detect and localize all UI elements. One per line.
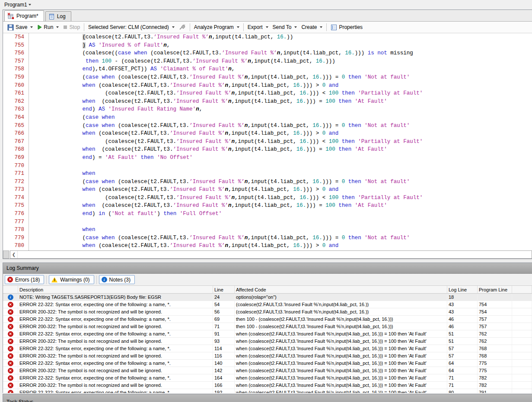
toolbar-separator [84, 23, 84, 31]
run-menu-caret-icon[interactable] [56, 26, 59, 28]
code-line[interactable]: ) AS 'Insured % of Fault'n, [40, 41, 532, 50]
server-selector[interactable]: Selected Server: CLM (Connected) [86, 23, 177, 31]
affected-code-cell: when (coalesce(t2.FAULT,t3.'Insured Faul… [235, 360, 447, 367]
log-row[interactable]: ERROR 22-322: Syntax error, expecting on… [3, 316, 532, 323]
send-to-menu-caret-icon[interactable] [294, 26, 297, 28]
tab-log[interactable]: Log [45, 11, 71, 21]
line-number: 780 [3, 242, 24, 250]
code-editor[interactable]: 7547557567577587597607617627637647657667… [3, 33, 532, 250]
code-line[interactable]: (case when (coalesce(t2.FAULT,t3.’Insure… [40, 178, 532, 186]
log-row[interactable]: ERROR 200-322: The symbol is not recogni… [3, 308, 532, 316]
line-number: 775 [3, 202, 24, 210]
analyze-menu-caret-icon[interactable] [237, 26, 239, 28]
log-row[interactable]: ERROR 22-322: Syntax error, expecting on… [3, 389, 532, 393]
code-line[interactable]: end) in ('Not at fault') then 'Full Offs… [40, 210, 532, 218]
line-number: 762 [3, 98, 24, 106]
save-menu-caret-icon[interactable] [30, 26, 33, 28]
code-line[interactable]: (case when (coalesce(t2.FAULT,t3.’Insure… [40, 234, 532, 242]
errors-filter-button[interactable]: Errors (18) [5, 275, 44, 284]
code-line[interactable]: end),t4.OFFSET_PCT)) AS 'Claimant % of F… [40, 65, 532, 73]
log-row[interactable]: ERROR 200-322: The symbol is not recogni… [3, 382, 532, 389]
code-line[interactable]: (coalesce(t2.FAULT,t3.’Insured Fault %’n… [40, 138, 532, 146]
scroll-left-arrow-icon[interactable]: ❮ [10, 251, 18, 258]
export-menu-caret-icon[interactable] [266, 26, 268, 28]
document-title[interactable]: Program1 [4, 2, 27, 8]
description-cell: ERROR 200-322: The symbol is not recogni… [18, 308, 213, 315]
program-line-cell: 762 [478, 330, 512, 337]
log-row[interactable]: ERROR 200-322: The symbol is not recogni… [3, 338, 532, 345]
error-icon [8, 375, 13, 381]
code-line[interactable]: when (coalesce(t2.FAULT,t3.’Insured Faul… [40, 186, 532, 194]
notes-filter-button[interactable]: Notes (3) [99, 275, 135, 284]
code-line[interactable]: when (coalesce(t2.FAULT,t3.’Insured Faul… [40, 242, 532, 250]
column-header-description[interactable]: Description [18, 286, 213, 293]
properties-button[interactable]: Properties [328, 23, 365, 32]
code-line[interactable]: when (coalesce(t2.FAULT,t3.’Insured Faul… [40, 82, 532, 90]
code-line[interactable]: (case when [40, 114, 532, 122]
log-grid-body: NOTE: Writing TAGSETS.SASREPORT13(EGSR) … [3, 294, 532, 393]
send-to-button[interactable]: Send To [271, 23, 299, 31]
code-line[interactable]: (coalesce(t2.FAULT,t3.’Insured Fault %’n… [40, 194, 532, 202]
code-line[interactable]: end) = 'At Fault' then 'No Offset' [40, 154, 532, 162]
server-menu-caret-icon[interactable] [172, 26, 175, 28]
column-header-log-line[interactable]: Log Line [447, 286, 478, 293]
export-button[interactable]: Export [245, 23, 271, 31]
create-menu-caret-icon[interactable] [320, 26, 322, 28]
log-row[interactable]: ERROR 22-322: Syntax error, expecting on… [3, 345, 532, 352]
log-row[interactable]: ERROR 22-322: Syntax error, expecting on… [3, 360, 532, 367]
tab-program[interactable]: Program* [4, 10, 44, 21]
filler-cell [512, 316, 532, 323]
code-line[interactable]: when (coalesce(t2.FAULT,t3.’Insured Faul… [40, 202, 532, 210]
code-line[interactable]: when (coalesce(t2.FAULT,t3.’Insured Faul… [40, 98, 532, 106]
code-line[interactable]: when [40, 226, 532, 234]
line-number: 764 [3, 114, 24, 122]
log-row[interactable]: ERROR 200-322: The symbol is not recogni… [3, 352, 532, 360]
code-line[interactable]: (coalesce(t2.FAULT,t3.’Insured Fault %’n… [40, 89, 532, 98]
log-row[interactable]: ERROR 22-322: Syntax error, expecting on… [3, 374, 532, 382]
program-line-cell: 782 [478, 374, 512, 381]
analyze-program-button[interactable]: Analyze Program [192, 23, 242, 31]
code-lines[interactable]: (coalesce(t2.FAULT,t3.’Insured Fault %’n… [29, 33, 532, 250]
program-line-cell: 768 [478, 345, 512, 352]
line-number: 777 [3, 218, 24, 226]
code-line[interactable]: when (coalesce(t2.FAULT,t3.’Insured Faul… [40, 146, 532, 154]
stop-icon [63, 25, 67, 29]
log-row[interactable]: ERROR 200-322: The symbol is not recogni… [3, 323, 532, 330]
line-number: 772 [3, 178, 24, 186]
program-line-cell: 775 [478, 367, 512, 374]
scrollbar-track[interactable]: ❮ [10, 250, 532, 259]
column-header-affected-code[interactable]: Affected Code [235, 286, 447, 293]
stop-button[interactable]: Stop [61, 23, 82, 31]
filler-cell [512, 323, 532, 330]
log-row[interactable]: NOTE: Writing TAGSETS.SASREPORT13(EGSR) … [3, 294, 532, 301]
disconnect-button[interactable] [177, 23, 188, 31]
warnings-filter-button[interactable]: Warnings (0) [49, 275, 94, 284]
log-line-cell: 46 [447, 323, 478, 330]
log-row[interactable]: ERROR 22-322: Syntax error, expecting on… [3, 301, 532, 308]
description-cell: ERROR 22-322: Syntax error, expecting on… [18, 330, 213, 337]
save-button[interactable]: Save [5, 23, 35, 32]
code-line[interactable] [40, 162, 532, 170]
task-status-panel: Task Status [3, 394, 532, 402]
create-button[interactable]: Create [299, 23, 325, 31]
code-line[interactable]: when (coalesce(t2.FAULT,t3.’Insured Faul… [40, 130, 532, 138]
editor-horizontal-scrollbar[interactable]: ❮ [3, 250, 532, 259]
run-button[interactable]: Run [35, 23, 61, 31]
column-header-line[interactable]: Line [213, 286, 235, 293]
log-row[interactable]: ERROR 22-322: Syntax error, expecting on… [3, 330, 532, 338]
code-line[interactable]: (coalesce((case when (coalesce(t2.FAULT,… [40, 49, 532, 57]
column-header-icon[interactable] [3, 286, 18, 293]
panel-splitter[interactable] [0, 259, 532, 263]
affected-code-cell: when (coalesce(t2.FAULT,t3.'Insured Faul… [235, 345, 447, 352]
code-line[interactable]: then 100 - (coalesce(t2.FAULT,t3.’Insure… [40, 57, 532, 66]
log-row[interactable]: ERROR 200-322: The symbol is not recogni… [3, 367, 532, 374]
document-menu-caret-icon[interactable] [29, 4, 31, 6]
line-number: 771 [3, 170, 24, 178]
code-line[interactable]: (case when (coalesce(t2.FAULT,t3.’Insure… [40, 122, 532, 130]
code-line[interactable]: end) AS 'Insured Fault Rating Name'n, [40, 105, 532, 114]
column-header-program-line[interactable]: Program Line [478, 286, 512, 293]
code-line[interactable]: when [40, 170, 532, 178]
code-line[interactable]: (coalesce(t2.FAULT,t3.’Insured Fault %’n… [40, 33, 532, 41]
code-line[interactable] [40, 218, 532, 226]
code-line[interactable]: (case when (coalesce(t2.FAULT,t3.’Insure… [40, 73, 532, 82]
